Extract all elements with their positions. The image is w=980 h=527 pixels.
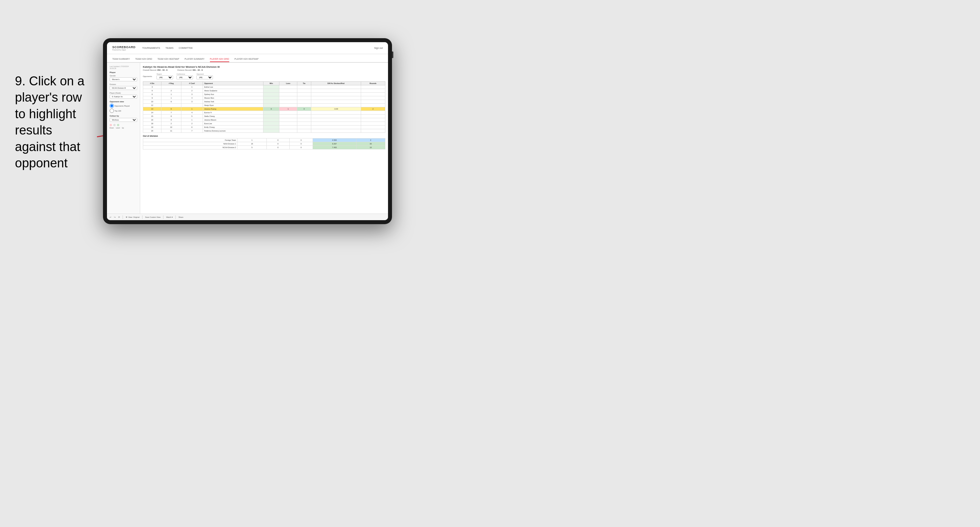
opponent-cell: Stella Cheng — [203, 114, 263, 118]
data-cell — [263, 93, 279, 96]
data-cell — [279, 96, 297, 100]
grid-table-wrapper: # Div # Reg # Conf Opponent Win Loss Tie… — [143, 81, 385, 133]
col-diff: Diff Av Strokes/Rnd — [311, 82, 361, 85]
data-cell: 6 — [143, 93, 161, 96]
nav-committee[interactable]: COMMITTEE — [179, 46, 192, 50]
data-cell: 5 — [143, 89, 161, 93]
data-cell — [297, 125, 311, 129]
data-cell — [263, 122, 279, 125]
sign-out-button[interactable]: Sign out — [374, 47, 383, 49]
filter-conference-select[interactable]: (All) — [177, 75, 193, 79]
data-cell — [361, 114, 385, 118]
table-row[interactable]: 1361Jessica Huang010-3.002 — [143, 107, 385, 111]
sidebar-gender-select[interactable]: Women's — [110, 77, 137, 81]
view-original-button[interactable]: 👁 View: Original — [126, 216, 140, 218]
undo-button[interactable]: ↩ — [110, 216, 111, 218]
table-row[interactable]: 31Esther Lee — [143, 85, 385, 89]
tab-player-h2h-heatmap[interactable]: PLAYER H2H HEATMAP — [234, 58, 259, 62]
tab-player-summary[interactable]: PLAYER SUMMARY — [185, 58, 205, 62]
sidebar-division-select[interactable]: NCAA Division III — [110, 86, 137, 90]
data-cell — [297, 103, 311, 107]
division-record-value: 331 - 34 - 6 — [192, 69, 203, 71]
colour-by-select[interactable]: Win/loss — [110, 118, 137, 122]
tab-player-h2h-grid[interactable]: PLAYER H2H GRID — [210, 58, 229, 62]
data-cell: 0 — [297, 107, 311, 111]
data-cell: 7 — [161, 111, 181, 114]
data-cell: 2 — [181, 122, 203, 125]
redo-button[interactable]: ↪ — [114, 216, 116, 218]
toolbar: ↩ ↪ ⟳ 👁 View: Original Save Custom View … — [107, 214, 388, 220]
nav-teams[interactable]: TEAMS — [165, 46, 173, 50]
data-cell: 7 — [181, 129, 203, 133]
table-row[interactable]: 1822Euna Lee — [143, 122, 385, 125]
tab-team-h2h-grid[interactable]: TEAM H2H GRID — [135, 58, 152, 62]
colour-labels: Down Level Up — [110, 127, 137, 129]
data-cell — [279, 89, 297, 93]
data-cell: 2 — [361, 107, 385, 111]
table-row[interactable]: 522Alexis Sudjianto — [143, 89, 385, 93]
records-row: Overall Record: 353 - 34 - 6 Division Re… — [143, 69, 385, 71]
sidebar-player-rank-select[interactable]: 8. Katelyn Vo — [110, 95, 137, 98]
col-conf: # Conf — [181, 82, 203, 85]
table-row[interactable]: 19106Emily Chang — [143, 125, 385, 129]
overall-record-label: Overall Record: — [143, 69, 157, 71]
out-division-row[interactable]: NCAA Division 25007.40010 — [143, 146, 385, 149]
table-row[interactable]: 1474Eunice Yi — [143, 111, 385, 114]
opponent-cell: Euna Lee — [203, 122, 263, 125]
filter-region-group: Region (All) — [156, 73, 173, 79]
table-row[interactable]: 1585Stella Cheng — [143, 114, 385, 118]
filter-opponent-group: Opponent (All) — [196, 73, 213, 79]
data-cell — [297, 114, 311, 118]
out-data-cell: 0 — [266, 142, 290, 146]
data-cell — [361, 96, 385, 100]
data-cell: 9 — [143, 96, 161, 100]
data-cell: 6 — [181, 125, 203, 129]
data-cell — [311, 96, 361, 100]
data-cell: 6 — [161, 100, 181, 103]
out-data-cell: 15 — [237, 142, 266, 146]
toolbar-separator-2 — [142, 216, 143, 219]
radio-top-100[interactable]: Top 100 — [110, 109, 137, 113]
filter-conference-label: Conference — [177, 73, 193, 75]
forward-button[interactable]: ⟳ — [118, 216, 120, 218]
data-cell — [263, 129, 279, 133]
data-cell: 6 — [161, 107, 181, 111]
filter-opponent-select[interactable]: (All) — [196, 75, 213, 79]
table-row[interactable]: 12Heejo Hyun — [143, 103, 385, 107]
out-data-cell: 4.500 — [313, 138, 356, 142]
share-button[interactable]: Share — [178, 216, 183, 218]
logo-title: SCOREBOARD — [112, 46, 135, 49]
col-reg: # Reg — [161, 82, 181, 85]
col-rounds: Rounds — [361, 82, 385, 85]
data-cell — [297, 111, 311, 114]
save-custom-view-button[interactable]: Save Custom View — [145, 216, 161, 218]
toolbar-separator-3 — [163, 216, 164, 219]
out-data-cell: 9.267 — [313, 142, 356, 146]
tab-team-summary[interactable]: TEAM SUMMARY — [112, 58, 130, 62]
data-cell — [279, 111, 297, 114]
data-cell — [279, 114, 297, 118]
watch-button[interactable]: Watch ▾ — [166, 216, 173, 218]
table-row[interactable]: 1063Andrea York — [143, 100, 385, 103]
tab-team-h2h-heatmap[interactable]: TEAM H2H HEATMAP — [158, 58, 180, 62]
filter-region-select[interactable]: (All) — [156, 75, 173, 79]
data-cell — [279, 118, 297, 122]
data-cell — [297, 100, 311, 103]
opponent-cell: Emily Chang — [203, 125, 263, 129]
data-cell: 1 — [181, 85, 203, 89]
table-row[interactable]: 20117Federica Domecq Lacroze — [143, 129, 385, 133]
out-division-row[interactable]: Foreign Team1004.5002 — [143, 138, 385, 142]
dot-down — [110, 124, 112, 126]
data-cell: 9 — [161, 118, 181, 122]
nav-tournaments[interactable]: TOURNAMENTS — [142, 46, 160, 50]
radio-opponents-played[interactable]: Opponents Played — [110, 103, 137, 108]
out-data-cell: 0 — [290, 138, 313, 142]
table-row[interactable]: 914Sharon Mun — [143, 96, 385, 100]
out-division-row[interactable]: NAIA Division 115009.26730 — [143, 142, 385, 146]
col-win: Win — [263, 82, 279, 85]
data-cell: 19 — [143, 125, 161, 129]
colour-by-title: Colour by — [110, 115, 137, 117]
data-cell — [311, 93, 361, 96]
table-row[interactable]: 1691Jessica Mason — [143, 118, 385, 122]
table-row[interactable]: 613Sydney Kuo — [143, 93, 385, 96]
